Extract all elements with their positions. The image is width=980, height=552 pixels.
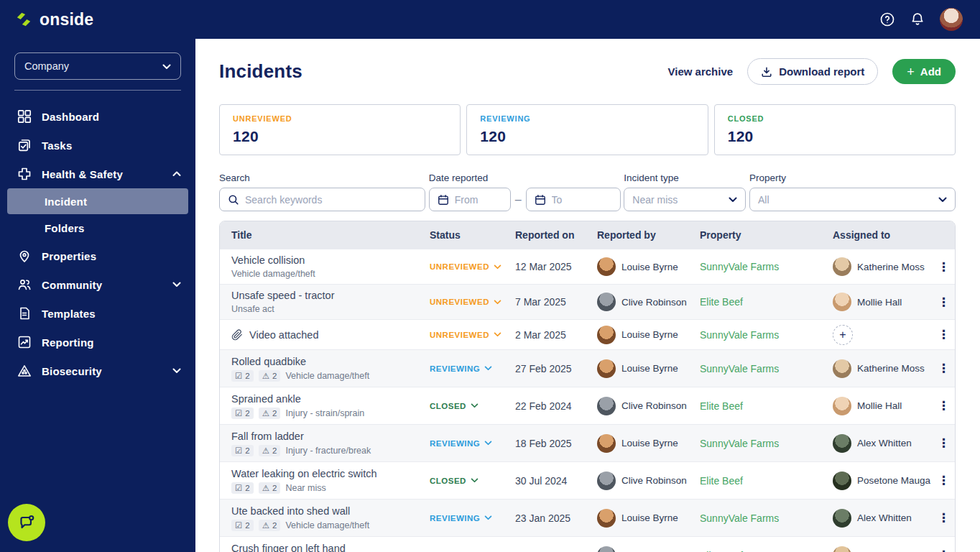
sidebar-item-health-safety[interactable]: Health & Safety — [0, 160, 195, 188]
table-row[interactable]: Rolled quadbike☑2⚠2Vehicle damage/theftR… — [220, 349, 955, 387]
chevron-down-icon — [494, 264, 501, 270]
company-selector[interactable]: Company — [14, 52, 181, 80]
table-row[interactable]: Crush finger on left hand☑2⚠2Injury - cr… — [220, 536, 955, 552]
row-menu-button[interactable]: ⋮ — [931, 328, 956, 341]
table-row[interactable]: Vehicle collisionVehicle damage/theftUNR… — [220, 249, 955, 284]
chat-button[interactable] — [8, 504, 45, 541]
date-from-input[interactable] — [455, 194, 502, 206]
assign-user-button[interactable]: + — [833, 325, 853, 345]
reporter-name: Louise Byrne — [621, 438, 678, 448]
properties-icon — [17, 249, 32, 263]
sidebar-item-templates[interactable]: Templates — [0, 299, 195, 328]
property-link[interactable]: Elite Beef — [700, 475, 743, 487]
status-dropdown[interactable]: UNREVIEWED — [430, 298, 501, 306]
table-row[interactable]: Fall from ladder☑2⚠2Injury - fracture/br… — [220, 424, 955, 461]
templates-icon — [17, 306, 32, 321]
property-link[interactable]: Elite Beef — [700, 400, 743, 412]
sidebar-item-label: Biosecurity — [42, 365, 162, 377]
chevron-down-icon — [729, 197, 737, 203]
property-link[interactable]: SunnyVale Farms — [700, 329, 779, 341]
calendar-icon — [535, 194, 546, 206]
download-report-button[interactable]: Download report — [747, 58, 878, 85]
property-link[interactable]: SunnyVale Farms — [700, 363, 779, 374]
stat-value: 120 — [480, 128, 694, 145]
search-input[interactable] — [245, 194, 417, 206]
biosecurity-icon — [17, 364, 32, 378]
sidebar-item-properties[interactable]: Properties — [0, 242, 195, 270]
notifications-icon[interactable] — [910, 12, 925, 27]
assigned-person: Alex Whitten — [833, 509, 931, 528]
row-menu-button[interactable]: ⋮ — [931, 362, 956, 374]
assigned-person: Mollie Hall — [833, 397, 931, 415]
table-row[interactable]: Ute backed into shed wall☑2⚠2Vehicle dam… — [220, 499, 955, 536]
sidebar-item-incident[interactable]: Incident — [7, 188, 188, 214]
reporter-name: Clive Robinson — [621, 297, 687, 308]
stat-card-unreviewed[interactable]: UNREVIEWED120 — [219, 104, 461, 155]
status-dropdown[interactable]: REVIEWING — [430, 364, 492, 373]
row-menu-button[interactable]: ⋮ — [931, 261, 956, 273]
sidebar-item-label: Health & Safety — [42, 168, 162, 180]
date-to-field — [526, 188, 621, 211]
community-icon — [17, 277, 32, 292]
user-avatar[interactable] — [940, 8, 963, 31]
reported-on-date: 7 Mar 2025 — [515, 296, 597, 308]
avatar — [597, 326, 616, 344]
row-menu-button[interactable]: ⋮ — [931, 296, 956, 308]
status-dropdown[interactable]: CLOSED — [430, 402, 479, 410]
sidebar-item-tasks[interactable]: Tasks — [0, 131, 195, 160]
sidebar-item-biosecurity[interactable]: Biosecurity — [0, 356, 195, 385]
sidebar-item-folders[interactable]: Folders — [0, 214, 195, 242]
stat-card-reviewing[interactable]: REVIEWING120 — [466, 104, 708, 155]
calendar-icon — [438, 194, 449, 206]
table-row[interactable]: Water leaking on electric switch☑2⚠2Near… — [220, 461, 955, 499]
status-label: UNREVIEWED — [430, 262, 489, 271]
chevron-down-icon — [471, 403, 479, 408]
reported-on-date: 22 Feb 2024 — [515, 400, 597, 412]
download-icon — [761, 66, 772, 78]
column-header-reported-by: Reported by — [597, 229, 700, 241]
status-dropdown[interactable]: REVIEWING — [430, 439, 492, 448]
row-menu-button[interactable]: ⋮ — [931, 549, 956, 552]
status-dropdown[interactable]: UNREVIEWED — [430, 262, 501, 271]
table-row[interactable]: Unsafe speed - tractorUnsafe actUNREVIEW… — [220, 284, 955, 319]
property-link[interactable]: SunnyVale Farms — [700, 261, 779, 272]
status-dropdown[interactable]: REVIEWING — [430, 514, 492, 523]
help-icon[interactable] — [879, 12, 895, 27]
add-incident-button[interactable]: + Add — [892, 59, 956, 84]
property-link[interactable]: Elite Beef — [700, 550, 743, 552]
row-menu-button[interactable]: ⋮ — [931, 400, 956, 412]
sidebar-item-community[interactable]: Community — [0, 270, 195, 299]
property-link[interactable]: SunnyVale Farms — [700, 438, 779, 449]
row-menu-button[interactable]: ⋮ — [931, 437, 956, 449]
row-menu-button[interactable]: ⋮ — [931, 474, 956, 487]
reported-on-date: 18 Feb 2025 — [515, 438, 597, 449]
status-label: UNREVIEWED — [430, 298, 489, 306]
chevron-down-icon — [471, 478, 479, 483]
row-menu-button[interactable]: ⋮ — [931, 512, 956, 524]
view-archive-link[interactable]: View archive — [668, 65, 734, 78]
property-link[interactable]: Elite Beef — [700, 296, 743, 308]
date-to-input[interactable] — [552, 194, 612, 206]
stat-card-closed[interactable]: CLOSED120 — [714, 104, 956, 155]
property-link[interactable]: SunnyVale Farms — [700, 512, 779, 524]
reported-by-person: Louise Byrne — [597, 257, 700, 276]
checklist-count-badge: ☑2 — [231, 445, 254, 456]
table-row[interactable]: Sprained ankle☑2⚠2Injury - strain/sprain… — [220, 387, 955, 424]
property-select[interactable]: All — [749, 188, 956, 211]
incident-type-text: Unsafe act — [231, 304, 274, 314]
table-header: TitleStatusReported onReported byPropert… — [220, 221, 955, 249]
incident-type-select[interactable]: Near miss — [624, 188, 746, 211]
sidebar-item-dashboard[interactable]: Dashboard — [0, 102, 195, 131]
chevron-down-icon — [938, 197, 947, 203]
status-dropdown[interactable]: CLOSED — [430, 477, 479, 485]
table-row[interactable]: Video attachedUNREVIEWED2 Mar 2025Louise… — [220, 319, 955, 349]
status-dropdown[interactable]: UNREVIEWED — [430, 331, 501, 339]
sidebar-item-reporting[interactable]: Reporting — [0, 328, 195, 356]
sidebar-divider — [14, 90, 181, 91]
stat-label: CLOSED — [728, 114, 942, 123]
plus-icon: + — [907, 67, 915, 77]
incident-type-text: Vehicle damage/theft — [285, 371, 369, 381]
avatar — [833, 397, 851, 415]
check-square-icon: ☑ — [235, 520, 242, 530]
avatar — [833, 472, 851, 490]
